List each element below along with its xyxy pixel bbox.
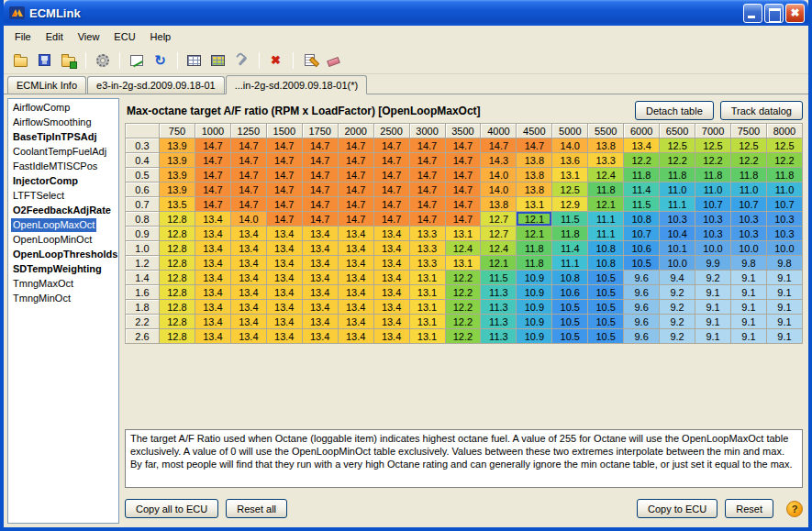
afr-cell[interactable]: 9.6 [624, 329, 660, 344]
menu-view[interactable]: View [71, 28, 107, 45]
afr-cell-selected[interactable]: 12.1 [517, 212, 552, 227]
afr-cell[interactable]: 11.8 [624, 168, 660, 183]
afr-cell[interactable]: 10.7 [695, 197, 731, 212]
afr-cell[interactable]: 13.3 [588, 153, 624, 168]
afr-cell[interactable]: 10.9 [517, 285, 552, 300]
save-button[interactable] [33, 50, 56, 72]
afr-cell[interactable]: 12.8 [160, 329, 195, 344]
afr-cell[interactable]: 14.7 [302, 153, 338, 168]
afr-cell[interactable]: 9.6 [624, 285, 660, 300]
col-header-4000[interactable]: 4000 [481, 124, 517, 138]
afr-cell[interactable]: 13.4 [624, 138, 660, 153]
afr-cell[interactable]: 14.7 [195, 168, 230, 183]
col-header-1750[interactable]: 1750 [302, 124, 338, 138]
menu-ecu[interactable]: ECU [106, 28, 142, 45]
graph-view-button[interactable] [206, 50, 229, 72]
row-header-0.6[interactable]: 0.6 [126, 183, 160, 197]
afr-cell[interactable]: 12.8 [160, 227, 195, 241]
col-header-6000[interactable]: 6000 [624, 124, 660, 138]
afr-cell[interactable]: 9.4 [660, 271, 695, 285]
afr-cell[interactable]: 13.4 [302, 315, 338, 329]
afr-cell[interactable]: 13.4 [373, 271, 409, 285]
afr-cell[interactable]: 10.3 [660, 212, 695, 227]
afr-cell[interactable]: 14.7 [445, 168, 481, 183]
afr-cell[interactable]: 9.9 [695, 256, 731, 271]
afr-cell[interactable]: 14.7 [373, 168, 409, 183]
afr-cell[interactable]: 11.3 [481, 285, 517, 300]
afr-cell[interactable]: 14.7 [338, 138, 373, 153]
row-header-1.2[interactable]: 1.2 [126, 256, 160, 271]
afr-cell[interactable]: 10.3 [695, 227, 731, 241]
afr-cell[interactable]: 10.5 [588, 271, 624, 285]
row-header-0.8[interactable]: 0.8 [126, 212, 160, 227]
afr-cell[interactable]: 13.4 [195, 212, 230, 227]
afr-cell[interactable]: 13.4 [230, 285, 266, 300]
eraser-button[interactable] [322, 50, 345, 72]
menu-help[interactable]: Help [143, 28, 179, 45]
afr-cell[interactable]: 13.4 [230, 271, 266, 285]
afr-cell[interactable]: 9.1 [731, 315, 767, 329]
afr-cell[interactable]: 10.9 [517, 300, 552, 315]
sidebar-item-openloopthresholds[interactable]: OpenLoopThresholds [8, 248, 118, 262]
afr-cell[interactable]: 12.4 [445, 241, 481, 256]
afr-cell[interactable]: 13.8 [588, 138, 624, 153]
afr-cell[interactable]: 14.7 [445, 138, 481, 153]
maximize-button[interactable] [764, 4, 784, 23]
afr-cell[interactable]: 11.5 [624, 197, 660, 212]
afr-cell[interactable]: 13.4 [266, 256, 302, 271]
afr-cell[interactable]: 13.4 [338, 256, 373, 271]
afr-cell[interactable]: 13.9 [160, 168, 195, 183]
sidebar-item-coolanttempfueladj[interactable]: CoolantTempFuelAdj [8, 145, 118, 160]
afr-cell[interactable]: 10.3 [731, 227, 767, 241]
col-header-5000[interactable]: 5000 [552, 124, 588, 138]
afr-cell[interactable]: 14.7 [302, 138, 338, 153]
afr-cell[interactable]: 13.4 [338, 241, 373, 256]
afr-cell[interactable]: 14.7 [409, 183, 445, 197]
afr-cell[interactable]: 10.9 [517, 271, 552, 285]
afr-cell[interactable]: 9.1 [766, 285, 802, 300]
col-header-4500[interactable]: 4500 [517, 124, 552, 138]
afr-cell[interactable]: 13.4 [373, 241, 409, 256]
reset-button[interactable]: Reset [725, 499, 773, 518]
afr-cell[interactable]: 14.7 [373, 153, 409, 168]
col-header-3000[interactable]: 3000 [409, 124, 445, 138]
afr-cell[interactable]: 13.4 [338, 300, 373, 315]
afr-cell[interactable]: 13.4 [338, 315, 373, 329]
afr-cell[interactable]: 11.3 [481, 300, 517, 315]
afr-cell[interactable]: 10.4 [660, 227, 695, 241]
afr-cell[interactable]: 12.5 [731, 138, 767, 153]
afr-cell[interactable]: 11.8 [517, 241, 552, 256]
afr-cell[interactable]: 13.4 [266, 285, 302, 300]
sidebar-item-openloopmaxoct[interactable]: OpenLoopMaxOct [8, 218, 118, 233]
afr-cell[interactable]: 14.7 [338, 197, 373, 212]
afr-cell[interactable]: 11.4 [552, 241, 588, 256]
afr-cell[interactable]: 13.6 [552, 153, 588, 168]
afr-cell[interactable]: 9.2 [695, 271, 731, 285]
afr-cell[interactable]: 12.2 [445, 300, 481, 315]
row-header-0.3[interactable]: 0.3 [126, 138, 160, 153]
afr-cell[interactable]: 10.5 [588, 300, 624, 315]
afr-cell[interactable]: 12.2 [445, 315, 481, 329]
afr-cell[interactable]: 14.7 [266, 138, 302, 153]
afr-cell[interactable]: 12.5 [552, 183, 588, 197]
sidebar-item-openloopminoct[interactable]: OpenLoopMinOct [8, 233, 118, 248]
tab-e3-in-2g-sd-2009-09-18-01[interactable]: e3-in-2g-sd.2009.09.18-01 [87, 76, 225, 94]
menu-file[interactable]: File [7, 28, 39, 45]
close-button[interactable]: ✖ [785, 4, 805, 23]
col-header-2000[interactable]: 2000 [338, 124, 373, 138]
afr-cell[interactable]: 13.4 [230, 329, 266, 344]
afr-cell[interactable]: 12.2 [445, 271, 481, 285]
afr-cell[interactable]: 13.1 [445, 256, 481, 271]
afr-cell[interactable]: 10.1 [660, 241, 695, 256]
afr-cell[interactable]: 11.8 [517, 256, 552, 271]
afr-cell[interactable]: 13.9 [160, 138, 195, 153]
afr-cell[interactable]: 10.8 [552, 271, 588, 285]
afr-cell[interactable]: 13.4 [195, 241, 230, 256]
afr-cell[interactable]: 12.5 [695, 138, 731, 153]
afr-cell[interactable]: 9.2 [660, 300, 695, 315]
afr-cell[interactable]: 9.1 [731, 285, 767, 300]
afr-cell[interactable]: 10.7 [766, 197, 802, 212]
afr-cell[interactable]: 13.4 [266, 329, 302, 344]
afr-cell[interactable]: 12.2 [445, 329, 481, 344]
afr-cell[interactable]: 13.4 [302, 329, 338, 344]
